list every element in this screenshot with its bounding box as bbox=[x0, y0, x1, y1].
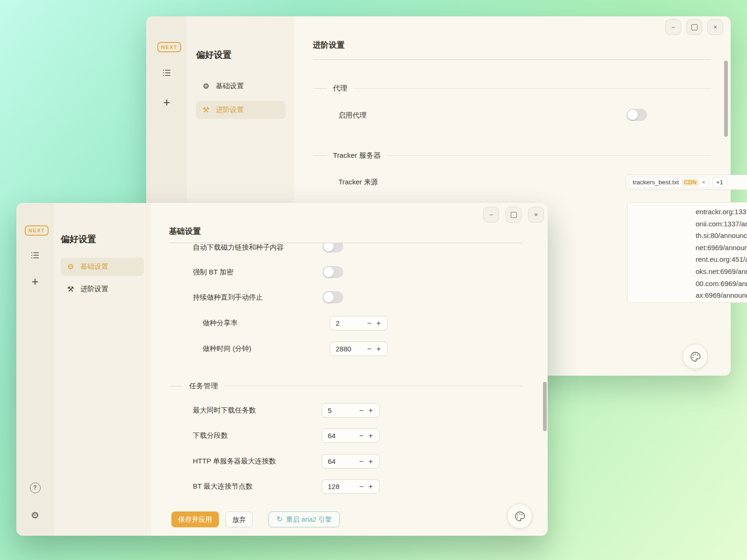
sidebar-item-advanced-settings[interactable]: ⚒ 进阶设置 bbox=[61, 280, 144, 298]
close-icon: × bbox=[534, 211, 538, 218]
minimize-icon: − bbox=[489, 211, 493, 218]
gear-icon: ⚙ bbox=[203, 83, 209, 90]
http-conn-value[interactable]: 64 bbox=[328, 457, 357, 465]
split-label: 下载分段数 bbox=[193, 431, 228, 440]
tracker-line: entrackr.org:1337/announce bbox=[696, 206, 747, 218]
tools-icon: ⚒ bbox=[203, 106, 209, 114]
bt-peers-value[interactable]: 128 bbox=[328, 483, 357, 490]
minimize-icon: − bbox=[671, 23, 675, 31]
split-value[interactable]: 64 bbox=[328, 432, 357, 440]
keep-seeding-toggle[interactable] bbox=[323, 291, 343, 303]
help-button[interactable]: ? bbox=[29, 482, 41, 493]
increment-icon[interactable]: + bbox=[374, 319, 383, 328]
tracker-list-lines: entrackr.org:1337/announce onii.com:1337… bbox=[627, 203, 747, 301]
tracker-section-header: Tracker 服务器 bbox=[313, 150, 711, 161]
tracker-section-label: Tracker 服务器 bbox=[333, 151, 381, 161]
task-section-header: 任务管理 bbox=[169, 381, 522, 391]
decrement-icon[interactable]: − bbox=[365, 319, 374, 328]
close-button[interactable]: × bbox=[707, 19, 723, 35]
tracker-tag[interactable]: trackers_best.txt CDN × bbox=[629, 177, 709, 188]
basic-settings-content: − × 基础设置 自动下载磁力链接和种子内容 强制 BT 加密 持续做种直到手动… bbox=[151, 203, 548, 536]
decrement-icon[interactable]: − bbox=[357, 483, 366, 491]
tracker-line: th.si:80/announce bbox=[696, 230, 747, 242]
settings-scroll-area[interactable]: 自动下载磁力链接和种子内容 强制 BT 加密 持续做种直到手动停止 做种分享率 … bbox=[151, 243, 548, 536]
increment-icon[interactable]: + bbox=[374, 345, 383, 353]
page-title: 基础设置 bbox=[169, 226, 201, 237]
section-line bbox=[353, 88, 711, 89]
discard-button[interactable]: 放弃 bbox=[226, 511, 253, 527]
split-stepper[interactable]: 64 − + bbox=[322, 428, 380, 443]
max-tasks-stepper[interactable]: 5 − + bbox=[322, 403, 380, 418]
decrement-icon[interactable]: − bbox=[357, 406, 366, 415]
tracker-line: oks.net:6969/announce bbox=[696, 266, 747, 278]
title-divider bbox=[313, 59, 711, 60]
increment-icon[interactable]: + bbox=[366, 432, 375, 440]
max-tasks-value[interactable]: 5 bbox=[328, 406, 357, 414]
sidebar-item-basic-settings[interactable]: ⚙ 基础设置 bbox=[61, 258, 144, 276]
decrement-icon[interactable]: − bbox=[365, 345, 374, 353]
force-encrypt-toggle[interactable] bbox=[323, 266, 343, 278]
sidebar-item-basic-settings[interactable]: ⚙ 基础设置 bbox=[196, 77, 286, 95]
cdn-badge: CDN bbox=[682, 179, 699, 186]
close-icon: × bbox=[713, 23, 717, 31]
close-button[interactable]: × bbox=[528, 207, 544, 223]
increment-icon[interactable]: + bbox=[366, 406, 375, 415]
sidebar-item-label: 进阶设置 bbox=[80, 285, 108, 294]
tracker-line: onii.com:1337/announce bbox=[696, 218, 747, 230]
maximize-icon bbox=[511, 212, 517, 218]
decrement-icon[interactable]: − bbox=[357, 457, 366, 466]
increment-icon[interactable]: + bbox=[366, 457, 375, 466]
http-conn-stepper[interactable]: 64 − + bbox=[322, 454, 380, 469]
enable-proxy-toggle[interactable] bbox=[627, 109, 647, 121]
page-title: 进阶设置 bbox=[313, 40, 345, 50]
preferences-title: 偏好设置 bbox=[196, 49, 232, 61]
minimize-button[interactable]: − bbox=[483, 207, 499, 223]
gear-icon: ⚙ bbox=[67, 263, 74, 271]
section-line bbox=[224, 386, 522, 386]
tracker-source-input[interactable]: trackers_best.txt CDN × +1 bbox=[626, 175, 747, 190]
enable-proxy-label: 启用代理 bbox=[338, 111, 366, 120]
seed-ratio-stepper[interactable]: 2 − + bbox=[330, 316, 388, 330]
tracker-tag-text: trackers_best.txt bbox=[633, 179, 679, 186]
sidebar-item-label: 基础设置 bbox=[80, 262, 108, 271]
tracker-more-tag[interactable]: +1 bbox=[712, 177, 727, 188]
maximize-button[interactable] bbox=[686, 19, 702, 35]
restart-aria2-button[interactable]: ↻ 重启 aria2 引擎 bbox=[268, 511, 340, 527]
settings-button[interactable]: ⚙ bbox=[29, 510, 41, 521]
seed-ratio-label: 做种分享率 bbox=[203, 319, 238, 328]
sidebar-item-advanced-settings[interactable]: ⚒ 进阶设置 bbox=[196, 101, 286, 119]
maximize-button[interactable] bbox=[506, 207, 521, 223]
bt-peers-stepper[interactable]: 128 − + bbox=[322, 479, 380, 494]
section-line bbox=[387, 155, 711, 156]
minimize-button[interactable]: − bbox=[665, 19, 681, 35]
add-task-icon[interactable]: + bbox=[29, 276, 41, 287]
seed-time-stepper[interactable]: 2880 − + bbox=[330, 342, 388, 356]
save-apply-button[interactable]: 保存并应用 bbox=[171, 511, 219, 527]
add-task-icon[interactable]: + bbox=[161, 97, 172, 108]
sidebar-item-label: 进阶设置 bbox=[216, 105, 244, 114]
tracker-line: ax:6969/announce bbox=[696, 289, 747, 301]
tracker-more-text: +1 bbox=[716, 179, 723, 186]
task-list-icon[interactable] bbox=[161, 67, 172, 78]
decrement-icon[interactable]: − bbox=[357, 432, 366, 440]
theme-palette-button[interactable] bbox=[507, 504, 532, 529]
section-dash bbox=[313, 88, 327, 89]
palette-icon bbox=[689, 350, 702, 363]
max-tasks-label: 最大同时下载任务数 bbox=[193, 406, 256, 415]
proxy-section-label: 代理 bbox=[333, 84, 347, 93]
tracker-line: net:6969/announce bbox=[696, 242, 747, 254]
section-dash bbox=[313, 155, 327, 156]
remove-tag-icon[interactable]: × bbox=[702, 179, 705, 186]
increment-icon[interactable]: + bbox=[366, 483, 375, 491]
seed-ratio-value[interactable]: 2 bbox=[336, 319, 365, 327]
auto-download-toggle[interactable] bbox=[323, 243, 343, 252]
task-list-icon[interactable] bbox=[29, 250, 41, 261]
theme-palette-button[interactable] bbox=[683, 344, 708, 369]
maximize-icon bbox=[691, 24, 698, 30]
window-scrollbar[interactable] bbox=[724, 61, 728, 137]
tracker-list-textarea[interactable]: entrackr.org:1337/announce onii.com:1337… bbox=[627, 202, 747, 303]
discard-label: 放弃 bbox=[233, 515, 246, 524]
seed-time-value[interactable]: 2880 bbox=[336, 345, 365, 353]
next-logo: NEXT bbox=[25, 225, 49, 236]
window-scrollbar[interactable] bbox=[543, 382, 547, 431]
